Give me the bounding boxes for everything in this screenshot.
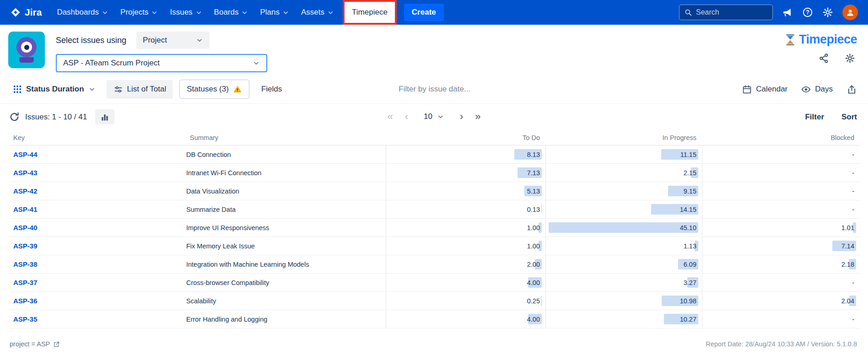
issue-key-link[interactable]: ASP-38 bbox=[13, 260, 38, 268]
col-header-summary[interactable]: Summary bbox=[186, 134, 386, 141]
inprogress-value: 10.98 bbox=[680, 297, 696, 305]
col-header-inprogress[interactable]: In Progress bbox=[545, 134, 702, 141]
issue-key-link[interactable]: ASP-35 bbox=[13, 315, 38, 323]
statuses-button[interactable]: Statuses (3) bbox=[179, 80, 249, 99]
issue-key-link[interactable]: ASP-43 bbox=[13, 169, 38, 177]
page: Jira DashboardsProjectsIssuesBoardsPlans… bbox=[0, 0, 868, 355]
user-avatar[interactable] bbox=[842, 5, 858, 20]
app-icon-pupil bbox=[24, 45, 29, 50]
nav-item-projects[interactable]: Projects bbox=[114, 4, 164, 21]
timepiece-app-icon bbox=[8, 32, 45, 68]
refresh-icon[interactable] bbox=[9, 112, 20, 122]
issue-key-link[interactable]: ASP-41 bbox=[13, 205, 38, 213]
table-row: ASP-44 DB Connection 8.13 11.15 - bbox=[10, 145, 860, 164]
issue-summary: Improve UI Responsiveness bbox=[186, 224, 386, 231]
settings-gear-icon[interactable] bbox=[822, 7, 833, 18]
todo-duration-cell: 5.13 bbox=[386, 182, 545, 200]
sort-button[interactable]: Sort bbox=[841, 113, 857, 122]
search-input[interactable] bbox=[696, 8, 768, 16]
nav-items: DashboardsProjectsIssuesBoardsPlansAsset… bbox=[51, 0, 399, 25]
issue-summary: Fix Memory Leak Issue bbox=[186, 242, 386, 250]
blocked-duration-cell: 2.04 bbox=[702, 292, 860, 310]
table-row: ASP-40 Improve UI Responsiveness 1.00 45… bbox=[10, 219, 860, 237]
select-issues-label: Select issues using bbox=[56, 36, 126, 45]
statuses-label: Statuses (3) bbox=[187, 85, 229, 94]
issue-key-link[interactable]: ASP-37 bbox=[13, 279, 38, 286]
inprogress-value: 9.15 bbox=[684, 188, 696, 195]
sliders-icon bbox=[113, 85, 123, 94]
blocked-value: - bbox=[852, 279, 854, 286]
todo-duration-cell: 0.25 bbox=[386, 292, 545, 310]
pagination: « ‹ 10 › » bbox=[387, 110, 480, 124]
first-page-button[interactable]: « bbox=[387, 112, 393, 122]
create-button[interactable]: Create bbox=[404, 4, 444, 21]
table-row: ASP-41 Summarize Data 0.13 14.15 - bbox=[10, 200, 860, 219]
jira-logo[interactable]: Jira bbox=[10, 7, 42, 18]
fields-button[interactable]: Fields bbox=[261, 85, 282, 94]
duration-bar bbox=[549, 222, 698, 233]
chart-view-button[interactable] bbox=[95, 109, 114, 124]
chevron-down-icon bbox=[253, 59, 260, 67]
jira-brand-text: Jira bbox=[25, 7, 42, 18]
nav-item-label: Boards bbox=[214, 8, 239, 17]
todo-value: 7.13 bbox=[527, 169, 540, 177]
nav-item-label: Projects bbox=[120, 8, 148, 17]
date-filter-placeholder[interactable]: Filter by issue date... bbox=[399, 85, 470, 94]
help-icon[interactable]: ? bbox=[802, 7, 813, 18]
col-header-blocked[interactable]: Blocked bbox=[702, 134, 860, 141]
inprogress-value: 2.15 bbox=[684, 169, 696, 177]
nav-item-issues[interactable]: Issues bbox=[164, 4, 208, 21]
next-page-button[interactable]: › bbox=[460, 112, 463, 122]
nav-item-assets[interactable]: Assets bbox=[295, 4, 340, 21]
issue-key-link[interactable]: ASP-42 bbox=[13, 187, 38, 195]
todo-value: 2.00 bbox=[527, 261, 540, 268]
issue-key-link[interactable]: ASP-40 bbox=[13, 224, 38, 231]
issue-source-type-select[interactable]: Project bbox=[136, 32, 210, 49]
issue-key-link[interactable]: ASP-44 bbox=[13, 151, 38, 158]
calendar-view-button[interactable]: Calendar bbox=[742, 85, 787, 94]
inprogress-duration-cell: 3.27 bbox=[545, 274, 702, 291]
bar-chart-icon bbox=[100, 113, 109, 122]
chevron-down-icon bbox=[102, 9, 108, 16]
nav-item-timepiece[interactable]: Timepiece bbox=[345, 2, 395, 23]
todo-duration-cell: 1.00 bbox=[386, 219, 545, 237]
grid-icon bbox=[13, 85, 22, 94]
days-label: Days bbox=[815, 85, 833, 94]
nav-item-plans[interactable]: Plans bbox=[254, 4, 295, 21]
table-row: ASP-42 Data Visualization 5.13 9.15 - bbox=[10, 182, 860, 200]
inprogress-duration-cell: 2.15 bbox=[545, 164, 702, 182]
todo-duration-cell: 4.00 bbox=[386, 310, 545, 328]
nav-search[interactable] bbox=[679, 5, 773, 20]
issue-summary: Scalability bbox=[186, 297, 386, 305]
share-icon[interactable] bbox=[819, 53, 829, 64]
project-select[interactable]: ASP - ATeam Scrum Project bbox=[56, 54, 267, 72]
prev-page-button[interactable]: ‹ bbox=[405, 112, 408, 122]
nav-item-dashboards[interactable]: Dashboards bbox=[51, 4, 114, 21]
export-icon[interactable] bbox=[846, 84, 857, 95]
report-settings-gear-icon[interactable] bbox=[845, 53, 855, 64]
issue-table: Key Summary To Do In Progress Blocked AS… bbox=[10, 130, 860, 328]
blocked-value: 1.01 bbox=[841, 224, 854, 231]
issue-key-link[interactable]: ASP-39 bbox=[13, 242, 38, 250]
days-toggle-button[interactable]: Days bbox=[801, 85, 833, 94]
list-of-total-button[interactable]: List of Total bbox=[107, 80, 173, 99]
view-mode-select[interactable]: Status Duration bbox=[8, 81, 100, 97]
blocked-duration-cell: - bbox=[702, 200, 860, 218]
jql-query-link[interactable]: project = ASP bbox=[10, 340, 60, 348]
page-size-select[interactable]: 10 bbox=[420, 110, 448, 124]
announcements-icon[interactable] bbox=[782, 7, 793, 18]
issues-count-label: Issues: 1 - 10 / 41 bbox=[25, 113, 87, 122]
blocked-duration-cell: - bbox=[702, 274, 860, 291]
issue-summary: Error Handling and Logging bbox=[186, 316, 386, 323]
col-header-key[interactable]: Key bbox=[10, 134, 186, 141]
col-header-todo[interactable]: To Do bbox=[386, 134, 545, 141]
filter-button[interactable]: Filter bbox=[805, 113, 824, 122]
blocked-duration-cell: - bbox=[702, 145, 860, 163]
todo-value: 1.00 bbox=[527, 224, 540, 231]
issue-table-body: ASP-44 DB Connection 8.13 11.15 - ASP-43… bbox=[10, 145, 860, 328]
issue-key-link[interactable]: ASP-36 bbox=[13, 297, 38, 305]
issue-source-fields: Select issues using Project ASP - ATeam … bbox=[56, 32, 267, 72]
last-page-button[interactable]: » bbox=[475, 112, 480, 122]
inprogress-value: 1.13 bbox=[684, 242, 696, 250]
nav-item-boards[interactable]: Boards bbox=[208, 4, 254, 21]
